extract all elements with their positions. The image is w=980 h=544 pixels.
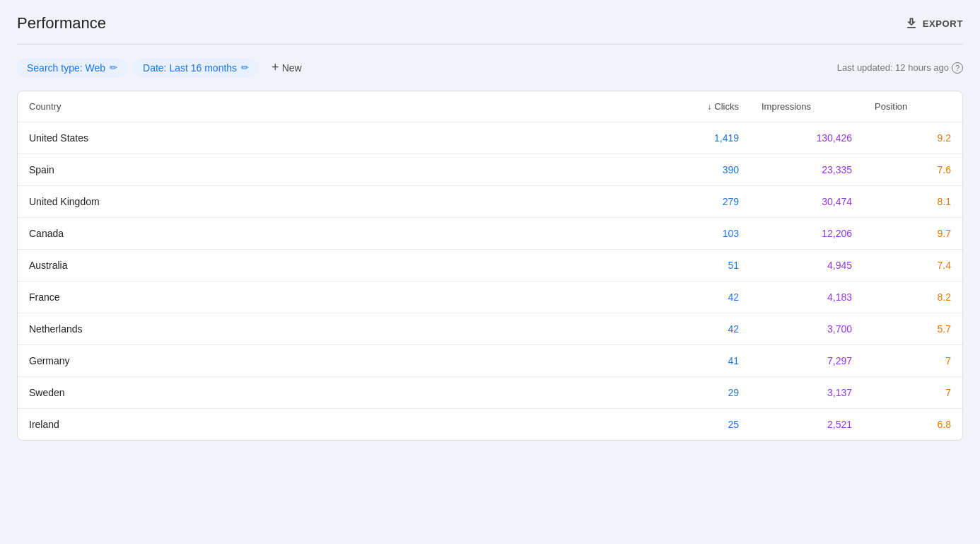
col-header-country[interactable]: Country xyxy=(18,91,651,122)
page-container: Performance EXPORT Search type: Web ✏ Da… xyxy=(0,0,980,544)
last-updated-text: Last updated: 12 hours ago xyxy=(837,62,949,73)
col-header-clicks[interactable]: ↓ Clicks xyxy=(651,91,750,122)
filter-row: Search type: Web ✏ Date: Last 16 months … xyxy=(17,56,963,79)
header-row: Performance EXPORT xyxy=(17,14,963,33)
cell-impressions: 130,426 xyxy=(750,122,863,154)
cell-position: 7.6 xyxy=(863,154,962,186)
data-table-container: Country ↓ Clicks Impressions Position Un… xyxy=(17,91,963,441)
export-label: EXPORT xyxy=(923,18,963,29)
data-table: Country ↓ Clicks Impressions Position Un… xyxy=(18,91,962,440)
cell-country: Ireland xyxy=(18,409,651,441)
cell-position: 9.7 xyxy=(863,218,962,250)
cell-country: Sweden xyxy=(18,377,651,409)
cell-position: 6.8 xyxy=(863,409,962,441)
search-type-edit-icon: ✏ xyxy=(110,62,117,73)
cell-country: United Kingdom xyxy=(18,186,651,218)
date-filter[interactable]: Date: Last 16 months ✏ xyxy=(133,58,259,78)
export-button[interactable]: EXPORT xyxy=(904,16,963,30)
table-body: United States1,419130,4269.2Spain39023,3… xyxy=(18,122,962,441)
cell-impressions: 4,183 xyxy=(750,282,863,313)
cell-position: 9.2 xyxy=(863,122,962,154)
table-row[interactable]: Germany417,2977 xyxy=(18,345,962,377)
cell-position: 8.2 xyxy=(863,282,962,313)
cell-clicks: 25 xyxy=(651,409,750,441)
table-row[interactable]: France424,1838.2 xyxy=(18,282,962,313)
table-row[interactable]: United States1,419130,4269.2 xyxy=(18,122,962,154)
table-row[interactable]: United Kingdom27930,4748.1 xyxy=(18,186,962,218)
cell-country: Australia xyxy=(18,250,651,282)
cell-impressions: 30,474 xyxy=(750,186,863,218)
cell-impressions: 2,521 xyxy=(750,409,863,441)
cell-country: United States xyxy=(18,122,651,154)
cell-impressions: 3,700 xyxy=(750,313,863,345)
cell-clicks: 42 xyxy=(651,313,750,345)
table-header-row: Country ↓ Clicks Impressions Position xyxy=(18,91,962,122)
search-type-label: Search type: Web xyxy=(27,62,105,74)
cell-impressions: 23,335 xyxy=(750,154,863,186)
cell-impressions: 7,297 xyxy=(750,345,863,377)
table-row[interactable]: Sweden293,1377 xyxy=(18,377,962,409)
cell-clicks: 42 xyxy=(651,282,750,313)
cell-country: Netherlands xyxy=(18,313,651,345)
sort-arrow-icon: ↓ xyxy=(707,102,711,112)
cell-clicks: 103 xyxy=(651,218,750,250)
cell-clicks: 1,419 xyxy=(651,122,750,154)
cell-clicks: 390 xyxy=(651,154,750,186)
cell-impressions: 12,206 xyxy=(750,218,863,250)
cell-impressions: 3,137 xyxy=(750,377,863,409)
help-icon[interactable]: ? xyxy=(952,62,963,74)
filter-left: Search type: Web ✏ Date: Last 16 months … xyxy=(17,56,309,79)
cell-position: 7 xyxy=(863,345,962,377)
last-updated-container: Last updated: 12 hours ago ? xyxy=(837,62,963,74)
cell-clicks: 29 xyxy=(651,377,750,409)
export-icon xyxy=(904,16,918,30)
clicks-label: Clicks xyxy=(714,101,739,112)
cell-country: Spain xyxy=(18,154,651,186)
table-row[interactable]: Ireland252,5216.8 xyxy=(18,409,962,441)
table-row[interactable]: Australia514,9457.4 xyxy=(18,250,962,282)
cell-position: 7.4 xyxy=(863,250,962,282)
col-header-impressions[interactable]: Impressions xyxy=(750,91,863,122)
cell-position: 8.1 xyxy=(863,186,962,218)
cell-position: 7 xyxy=(863,377,962,409)
date-edit-icon: ✏ xyxy=(241,62,249,73)
cell-country: Germany xyxy=(18,345,651,377)
table-row[interactable]: Netherlands423,7005.7 xyxy=(18,313,962,345)
cell-impressions: 4,945 xyxy=(750,250,863,282)
cell-country: Canada xyxy=(18,218,651,250)
cell-position: 5.7 xyxy=(863,313,962,345)
date-label: Date: Last 16 months xyxy=(143,62,237,74)
plus-icon: + xyxy=(272,60,279,75)
cell-clicks: 279 xyxy=(651,186,750,218)
col-header-position[interactable]: Position xyxy=(863,91,962,122)
table-row[interactable]: Spain39023,3357.6 xyxy=(18,154,962,186)
table-row[interactable]: Canada10312,2069.7 xyxy=(18,218,962,250)
header-divider xyxy=(17,44,963,45)
new-label: New xyxy=(282,62,302,74)
cell-clicks: 41 xyxy=(651,345,750,377)
cell-clicks: 51 xyxy=(651,250,750,282)
search-type-filter[interactable]: Search type: Web ✏ xyxy=(17,58,127,78)
new-button[interactable]: + New xyxy=(264,56,309,79)
cell-country: France xyxy=(18,282,651,313)
page-title: Performance xyxy=(17,14,106,33)
